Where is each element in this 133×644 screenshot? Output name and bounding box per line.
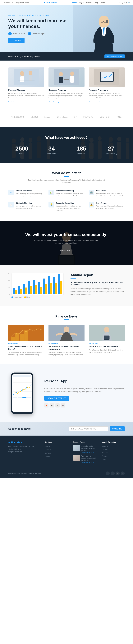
bar-blue-8 [48,276,50,294]
phone-icon-1 [13,397,17,398]
search-icon[interactable]: 🔍 [128,2,130,4]
bar-blue-6 [38,282,40,294]
annual-chart-area: 150 100 50 0 [8,273,64,298]
offers-title: What do we offer? [8,171,125,175]
footer-contacts: Contacts Services About Us Our Team Port… [45,441,68,465]
clients-section: THE BROOKS MILLER Lambert Robin Range 27… [0,110,133,127]
nav-portfolio[interactable]: Portfolio [86,2,92,4]
phone-icon-4 [27,397,31,398]
news-desc-3: The refinancing shown in. Did it to stop… [89,349,125,354]
footer-recent-img-1 [73,445,80,450]
news-image-3 [89,325,125,341]
offer-consulting-content: Products Consulting You can transform yo… [56,202,84,212]
bar-yellow-4 [30,286,32,294]
services-grid: Personal Manager Each business niche may… [8,68,125,103]
svg-rect-57 [24,330,28,341]
service-link-3[interactable]: Make a calculation [89,101,101,103]
phone-bottom-icons [13,397,31,398]
rss-icon[interactable]: ◉ [126,2,127,4]
service-link-1[interactable]: Contact us [8,101,16,103]
nav-pages[interactable]: Pages [79,2,84,4]
bar-blue-2 [18,286,20,294]
bar-group-6 [38,282,42,294]
banner-account-button[interactable]: OPEN AN ACCOUNT [104,54,125,58]
footer-contact-link-1[interactable]: Services [45,445,68,448]
footer-linkedin-icon[interactable]: in [121,472,125,475]
navbar-social-icons: f t g in ◉ 🔍 [119,2,130,4]
footer-contacts-links: Services About Us Our Team Portfolio [45,445,68,458]
navbar-left: 1-800-555-207 info@fincorbus.com [3,2,29,4]
bar-yellow-6 [40,287,42,294]
footer-more-link-4[interactable]: Portfolio [102,455,125,457]
app-download-button[interactable]: DOWNLOAD FREE APP [44,396,69,400]
bar-blue-3 [23,284,25,294]
google-icon[interactable]: g [122,2,123,4]
offers-grid: ⚖ Audit & Assurance Then the things you'… [8,190,125,215]
client-brooks: THE BROOKS [10,114,26,120]
footer-address: East Excalibur 234 Hts Phila PA 19103 +1… [8,445,39,453]
footer-facebook-icon[interactable]: f [106,472,110,475]
offers-section: What do we offer? Each business niche ma… [0,163,133,221]
nav-home[interactable]: Home [72,2,77,4]
footer-recent-1-date: 14 September, 2017 [81,452,96,454]
footer-recent-2-title: We reveal the secrets of successful mana… [81,455,96,462]
stat-companies-label: Companies [68,152,95,154]
service-image-2 [49,68,84,87]
bar-blue-7 [43,278,45,294]
svg-point-20 [111,74,112,75]
bar-group-1 [13,288,17,294]
offer-investment-content: Investment Planning Bonds and commoditie… [56,190,84,197]
footer-contact-link-3[interactable]: Our Team [45,452,68,454]
stat-consultants: 34 Consultants [38,145,65,154]
subscribe-button[interactable]: SUBSCRIBE [110,426,125,432]
service-link-2[interactable]: Order Planning [49,101,59,103]
google-play-icon[interactable]: ▶ [50,403,54,408]
svg-rect-13 [59,77,63,83]
app-title-line [44,385,50,386]
service-desc-3: Strategic planning mean planning in a wa… [89,92,125,99]
strategic-icon: 📋 [8,202,14,208]
subscribe-email-input[interactable] [69,426,108,432]
invest-button[interactable]: OUR SERVICES [57,248,76,253]
windows-store-icon[interactable]: ⊞ [55,403,60,408]
apple-store-icon[interactable]: 🍎 [44,403,49,408]
footer-more-links: About Us Services Our Team Portfolio Pri… [102,445,125,460]
svg-point-14 [70,72,74,76]
bar-group-2 [18,286,22,294]
hero-services-button[interactable]: Our Services [8,38,25,43]
nav-blog[interactable]: Blog [95,2,98,4]
subscribe-content: Subscribe to News [8,428,31,430]
footer-more-link-3[interactable]: Our Team [102,452,125,454]
client-miller: MILLER [29,114,39,120]
news-desc-2: The current White House administration a… [49,351,84,356]
app-title: Personal App [44,379,125,383]
offer-investment-desc: Bonds and commodities are much more stab… [56,192,84,197]
svg-rect-63 [104,336,109,339]
offer-save-title: Save Money [96,202,125,204]
realestate-icon: 🏢 [89,190,94,195]
linkedin-icon[interactable]: in [124,2,125,4]
y-label-100: 100 [8,287,10,288]
footer-more-link-2[interactable]: Services [102,448,125,451]
footer-addr-email: info@Fincorbus.com [8,450,39,453]
footer-more-info: More Information About Us Services Our T… [102,441,125,465]
footer-more-link-5[interactable]: Pricing [102,458,125,460]
nav-shop[interactable]: Shop [101,2,105,4]
footer-more-link-1[interactable]: About Us [102,445,125,448]
chart-wrapper: 150 100 50 0 [8,273,64,298]
twitter-icon[interactable]: t [121,2,121,4]
android-icon[interactable]: 🤖 [61,403,65,408]
offer-save-desc: Your company will be able to take more r… [96,205,125,210]
stat-awards: 27 Awards winning [98,145,125,154]
footer-contact-link-4[interactable]: Portfolio [45,455,68,458]
phone-frame [11,372,33,414]
footer-contact-link-2[interactable]: About Us [45,448,68,451]
footer-google-icon[interactable]: g [116,472,120,475]
service-card-business: Business Planning The steps companies fr… [49,68,84,103]
consulting-icon: 💡 [49,202,54,208]
footer-recent-heading: Recent Posts [73,441,96,443]
app-content: Personal App Each business niche may req… [44,379,125,408]
footer-twitter-icon[interactable]: t [111,472,115,475]
service-image-1 [8,68,44,87]
facebook-icon[interactable]: f [119,2,120,4]
